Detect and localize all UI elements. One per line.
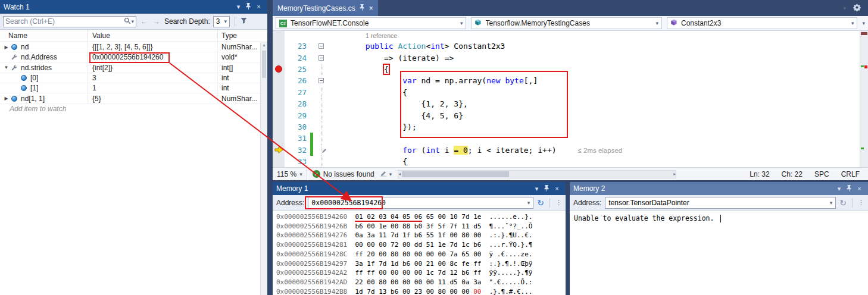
memory-row[interactable]: 0x000002556B19426B b6 00 1e 00 88 b0 3f … [276,222,566,231]
chevron-down-icon[interactable]: ▾ [527,200,530,206]
memory1-address-combo[interactable]: ▾ [308,197,533,209]
toolbar-separator [549,198,550,208]
pin-icon[interactable] [542,185,552,193]
memory-row[interactable]: 0x000002556B1942A2 ff ff 00 00 00 00 1c … [276,268,566,278]
watch-row[interactable]: ▶nd[1, 1]{5}NumShar... [0,93,267,103]
memory2-address-combo[interactable]: ▾ [605,197,836,209]
change-bar [310,52,314,63]
expander-icon[interactable]: ▶ [2,45,10,50]
close-icon[interactable]: × [854,186,864,192]
watch-row[interactable]: [0]3int [0,73,267,83]
memory-row[interactable]: 0x000002556B1942AD 22 00 80 00 00 00 00 … [276,278,566,287]
column-header-type[interactable]: Type [218,30,267,42]
watch-row[interactable]: [1]1int [0,83,267,93]
search-options-caret-icon[interactable]: ▾ [131,18,134,24]
memory2-address-input[interactable] [608,199,829,207]
tab-memorytestingcases[interactable]: MemoryTestingCases.cs × [273,0,378,16]
scrollbar-thumb[interactable] [262,51,266,78]
memory2-title: Memory 2 [573,184,605,193]
project-dropdown[interactable]: C# TensorFlowNET.Console ▾ [276,17,466,29]
collapse-box-icon[interactable] [319,43,324,49]
expander-icon[interactable]: ▼ [2,65,10,70]
search-next-icon[interactable]: → [152,17,161,26]
add-watch-item-row[interactable]: Add item to watch [0,104,267,114]
window-position-icon[interactable]: ▾ [532,186,542,192]
refresh-icon[interactable]: ↻ [537,199,544,207]
search-prev-icon[interactable]: ← [139,17,149,26]
column-header-value[interactable]: Value [88,30,218,42]
watch-value-cell[interactable]: 3 [88,73,218,83]
watch-value-cell[interactable]: {int[2]} [88,63,218,73]
filter-icon[interactable] [240,17,248,26]
code-area[interactable]: 1 reference23 public Action<int> Constan… [273,31,860,167]
watch-name: [1] [30,84,38,92]
watch-scrollbar[interactable]: ▴ [260,42,267,295]
watch-value-cell[interactable]: {5} [88,93,218,103]
outline-margin [314,87,328,98]
property-icon [10,64,18,71]
watch-row[interactable]: nd.Address0x000002556b194260void* [0,52,267,62]
editor-vertical-scrollbar[interactable] [860,31,868,167]
zoom-control[interactable]: 115 % ▾ [273,168,307,180]
watch-value-cell[interactable]: {[[1, 2, 3], [4, 5, 6]]} [88,42,218,52]
column-header-name[interactable]: Name [0,30,88,42]
tabstrip-right-icons: ▾ [843,0,868,16]
toolbar-overflow-icon[interactable]: ⋮ [858,199,864,206]
marker-icon[interactable] [380,170,388,178]
refresh-icon[interactable]: ↻ [839,199,847,207]
code-text: { [328,157,407,166]
tab-close-icon[interactable]: × [369,4,373,12]
memory-bytes: 0a 3a 11 7d 1f b6 55 1f 00 80 00 [355,231,481,239]
search-box[interactable]: ▾ [3,16,136,27]
issues-indicator[interactable]: ✓ No issues found [307,170,380,178]
tab-pin-icon[interactable] [360,4,365,12]
memory1-titlebar[interactable]: Memory 1 ▾ × [273,182,566,195]
chevron-down-icon[interactable]: ▾ [830,200,833,206]
close-icon[interactable]: × [254,4,264,10]
memory-row[interactable]: 0x000002556B1942B8 1d 7d 13 b6 00 23 00 … [276,287,566,295]
gear-icon[interactable] [853,4,861,13]
search-input[interactable] [5,17,124,26]
watch-row[interactable]: ▶nd{[[1, 2, 3], [4, 5, 6]]}NumShar... [0,42,267,52]
search-depth-select[interactable]: 3 ▾ [213,16,230,27]
pin-icon[interactable] [243,3,254,11]
close-icon[interactable]: × [552,186,562,192]
watch-titlebar[interactable]: Watch 1 ▾ × [0,0,267,14]
memory-row[interactable]: 0x000002556B194260 01 02 03 04 05 06 65 … [276,212,566,222]
zoom-value: 115 % [277,170,296,178]
collapse-box-icon[interactable] [319,78,324,83]
watch-name: nd [21,43,29,51]
window-position-icon[interactable]: ▾ [834,186,844,192]
change-bar [310,75,314,86]
memory-row[interactable]: 0x000002556B194281 00 00 00 72 00 dd 51 … [276,240,566,250]
chevron-down-icon[interactable]: ▾ [389,171,392,177]
watch-row[interactable]: ▼nd.strides{int[2]}int[] [0,63,267,73]
breakpoint-icon[interactable] [275,65,282,73]
memory-row[interactable]: 0x000002556B19428C ff 20 00 80 00 00 00 … [276,250,566,259]
field-icon [10,95,18,102]
memory2-titlebar[interactable]: Memory 2 ▾ × [570,182,868,195]
memory-row[interactable]: 0x000002556B194297 3a 1f 7d 1d b6 00 21 … [276,259,566,269]
pin-icon[interactable] [844,185,854,193]
memory-bytes: 3a 1f 7d 1d b6 00 21 00 8c fe ff [355,260,481,268]
document-list-caret-icon[interactable]: ▾ [843,5,846,11]
memory1-address-input[interactable] [311,199,527,207]
type-dropdown[interactable]: Tensorflow.MemoryTestingCases ▾ [471,17,661,29]
outline-line [321,87,321,98]
outline-line [321,133,321,144]
collapse-box-icon[interactable] [319,55,324,61]
scrollbar-thumb[interactable] [402,171,509,177]
expander-icon[interactable]: ▶ [2,96,10,101]
glyph-margin[interactable] [273,65,285,73]
watch-value-cell[interactable]: 0x000002556b194260 [88,52,218,62]
member-dropdown[interactable]: Constant2x3 ▾ [667,17,857,29]
window-position-icon[interactable]: ▾ [233,4,243,10]
toolbar-overflow-icon[interactable]: ⋮ [555,199,562,206]
memory-row[interactable]: 0x000002556B194276 0a 3a 11 7d 1f b6 55 … [276,231,566,240]
horizontal-scrollbar[interactable]: ◂▸ [398,170,676,178]
search-icon[interactable] [124,17,131,26]
code-token [328,65,384,74]
navbar-overflow-icon[interactable]: ▾ [862,20,865,26]
watch-value-cell[interactable]: 1 [88,83,218,93]
execution-pointer-icon[interactable] [273,146,285,154]
